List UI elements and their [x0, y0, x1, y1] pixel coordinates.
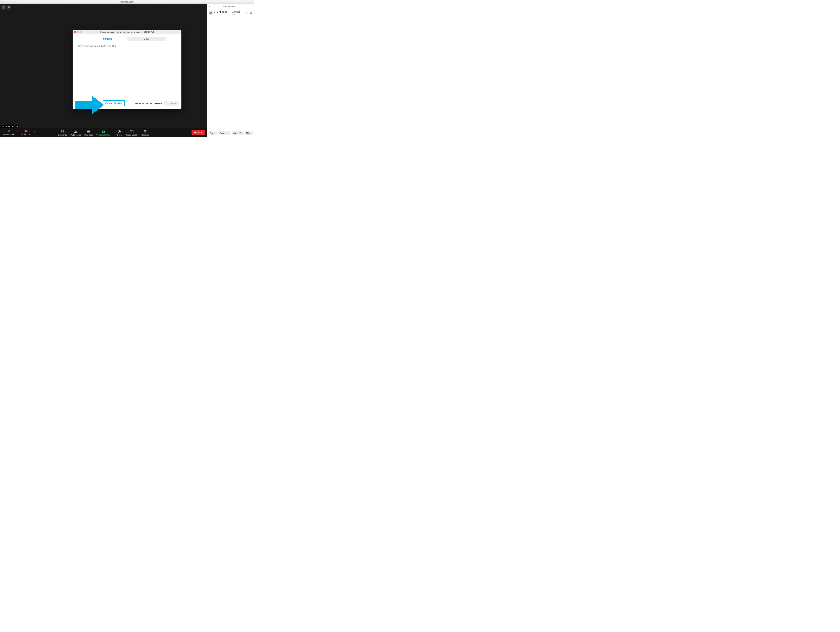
- participants-panel-title: Participantes (1): [223, 5, 238, 8]
- participant-avatar: [208, 11, 213, 15]
- share-options-caret[interactable]: [112, 131, 115, 137]
- chevron-up-icon: [17, 131, 19, 132]
- share-screen-button[interactable]: Compartilhar tela: [95, 129, 112, 137]
- video-options-caret[interactable]: [33, 131, 36, 136]
- participant-row[interactable]: GFC Aprende L... (Anfitrião, eu): [207, 9, 254, 17]
- record-label: Gravar: [117, 134, 122, 136]
- svg-point-7: [75, 131, 76, 131]
- footer-invite-button[interactable]: Convidar: [208, 131, 217, 136]
- tab-contacts[interactable]: Contatos: [88, 37, 127, 41]
- meeting-info-button[interactable]: [2, 5, 6, 10]
- chevron-down-icon: [208, 5, 211, 8]
- record-button[interactable]: Gravar: [115, 129, 124, 137]
- participants-label: Participantes: [70, 134, 81, 136]
- encryption-status-button[interactable]: [7, 5, 11, 10]
- invite-tabs: Contatos E-mail: [88, 37, 166, 41]
- reactions-button[interactable]: Reações: [140, 129, 150, 137]
- svg-point-2: [3, 7, 4, 7]
- invite-button-disabled: Convidar: [164, 101, 179, 106]
- footer-more-label: Mais: [246, 132, 251, 134]
- security-label: Segurança: [58, 134, 67, 136]
- reactions-icon: [143, 130, 147, 134]
- participants-button[interactable]: 1 Participantes: [69, 129, 83, 137]
- footer-more-button[interactable]: Mais﹀: [245, 131, 253, 136]
- record-icon: [117, 130, 121, 134]
- svg-point-12: [144, 131, 146, 133]
- end-meeting-button[interactable]: Encerrar: [191, 130, 205, 135]
- svg-point-11: [119, 131, 120, 132]
- mute-button[interactable]: Desative Som: [2, 129, 16, 136]
- start-video-button[interactable]: Iniciar Vídeo: [19, 129, 33, 136]
- svg-rect-3: [9, 132, 9, 132]
- closed-caption-button[interactable]: CC Closed Caption: [124, 129, 140, 137]
- participants-panel: Participantes (1) GFC Aprende L... (Anfi…: [207, 4, 254, 137]
- shield-check-icon: [8, 6, 10, 9]
- invite-modal: Convide pessoas para ingressar na reuniã…: [73, 30, 182, 109]
- traffic-lights[interactable]: [2, 1, 9, 3]
- chevron-up-icon: [33, 131, 35, 132]
- microphone-muted-icon: [7, 129, 11, 133]
- invite-modal-title: Convide pessoas para ingressar na reuniã…: [100, 31, 154, 33]
- cc-icon: CC: [130, 131, 134, 133]
- meeting-video-area: GFC Aprende Livre Desative Som: [0, 4, 207, 137]
- info-icon: [2, 6, 5, 9]
- participant-role: (Anfitrião, eu): [232, 11, 244, 16]
- globe-icon: [209, 11, 212, 15]
- audio-options-caret[interactable]: [16, 131, 19, 136]
- meeting-password-value: 6kaUfe: [155, 102, 162, 105]
- video-label: Iniciar Vídeo: [21, 133, 31, 136]
- security-button[interactable]: Segurança: [57, 129, 69, 137]
- copy-invite-button[interactable]: Copiar Convite: [103, 100, 125, 106]
- participants-icon: [74, 130, 78, 134]
- window-title: Reunião Zoom: [120, 1, 134, 3]
- invite-search-field[interactable]: [76, 43, 178, 49]
- meeting-password-prefix: Senha da Reunião:: [134, 102, 155, 105]
- participants-footer: Convidar Desat...Todos Ative...Todos Mai…: [207, 129, 254, 137]
- fullscreen-icon: [201, 6, 204, 9]
- svg-rect-17: [246, 12, 247, 13]
- shield-icon: [61, 130, 64, 134]
- chat-label: Bate-papo: [85, 134, 93, 136]
- meeting-toolbar: Desative Som Iniciar Vídeo: [0, 128, 207, 137]
- participant-name: GFC Aprende L...: [214, 11, 231, 16]
- chat-icon: [87, 130, 90, 134]
- invite-results-area: [73, 49, 182, 98]
- invite-modal-titlebar: Convide pessoas para ingressar na reuniã…: [73, 30, 182, 35]
- footer-ask-unmute-button[interactable]: Ative...Todos: [232, 131, 244, 136]
- invite-search-input[interactable]: [78, 44, 176, 47]
- self-view-name-label: GFC Aprende Livre: [0, 125, 19, 128]
- share-label: Compartilhar tela: [96, 134, 111, 136]
- video-off-icon: [249, 12, 252, 14]
- modal-traffic-lights[interactable]: [74, 31, 82, 33]
- mute-label: Desative Som: [3, 133, 15, 136]
- svg-point-8: [76, 131, 77, 131]
- meeting-password-label: Senha da Reunião: 6kaUfe: [134, 102, 162, 105]
- microphone-icon: [245, 12, 248, 14]
- chevron-up-icon: [112, 131, 114, 133]
- collapse-participants-button[interactable]: [208, 5, 211, 8]
- video-off-icon: [24, 129, 28, 133]
- participants-count-badge: 1: [79, 129, 80, 131]
- reactions-label: Reações: [142, 134, 149, 136]
- enter-fullscreen-button[interactable]: [201, 5, 204, 9]
- share-screen-icon: [101, 130, 105, 134]
- footer-mute-all-button[interactable]: Desat...Todos: [218, 131, 231, 136]
- cc-label: Closed Caption: [125, 134, 138, 136]
- chat-button[interactable]: Bate-papo: [83, 129, 95, 137]
- chevron-down-icon: ﹀: [251, 132, 253, 134]
- window-titlebar: Reunião Zoom: [0, 0, 254, 4]
- tab-email[interactable]: E-mail: [127, 37, 166, 41]
